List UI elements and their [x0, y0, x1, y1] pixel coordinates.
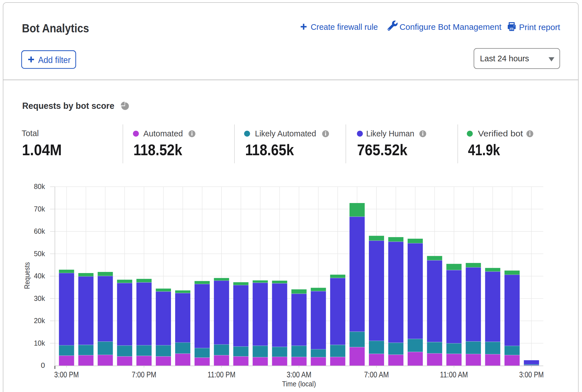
svg-text:11:00 PM: 11:00 PM — [207, 370, 235, 379]
svg-text:7:00 PM: 7:00 PM — [132, 370, 156, 379]
svg-text:Create firewall rule: Create firewall rule — [311, 22, 378, 31]
svg-text:Requests by bot score: Requests by bot score — [22, 101, 114, 111]
svg-text:41.9k: 41.9k — [468, 141, 500, 159]
svg-text:3:00 PM: 3:00 PM — [519, 370, 544, 379]
svg-text:Time (local): Time (local) — [282, 380, 316, 388]
svg-text:118.52k: 118.52k — [134, 141, 182, 159]
svg-text:765.52k: 765.52k — [357, 141, 408, 159]
svg-text:70k: 70k — [34, 205, 45, 213]
svg-text:50k: 50k — [34, 249, 45, 258]
svg-text:7:00 AM: 7:00 AM — [364, 370, 389, 379]
svg-text:Verified bot: Verified bot — [478, 129, 523, 138]
svg-text:60k: 60k — [34, 227, 45, 235]
svg-text:1.04M: 1.04M — [22, 141, 62, 159]
svg-text:Requests: Requests — [23, 262, 31, 289]
svg-text:Add filter: Add filter — [38, 55, 71, 65]
svg-text:118.65k: 118.65k — [245, 141, 294, 159]
svg-text:Automated: Automated — [143, 129, 183, 138]
svg-text:Bot Analytics: Bot Analytics — [22, 21, 89, 35]
svg-text:Last 24 hours: Last 24 hours — [480, 54, 529, 63]
svg-text:3:00 AM: 3:00 AM — [287, 370, 311, 379]
svg-text:Configure Bot Management: Configure Bot Management — [400, 22, 502, 31]
svg-text:3:00 PM: 3:00 PM — [54, 370, 79, 379]
svg-text:Print report: Print report — [519, 22, 560, 32]
svg-text:Likely Automated: Likely Automated — [255, 129, 316, 138]
svg-text:30k: 30k — [34, 294, 45, 303]
svg-text:0: 0 — [41, 361, 45, 370]
svg-text:Likely Human: Likely Human — [366, 129, 414, 138]
svg-text:10k: 10k — [34, 339, 45, 347]
svg-text:40k: 40k — [34, 272, 45, 280]
svg-text:11:00 AM: 11:00 AM — [440, 370, 468, 379]
svg-text:80k: 80k — [34, 182, 45, 191]
svg-text:Total: Total — [22, 129, 39, 138]
svg-text:20k: 20k — [34, 316, 45, 325]
